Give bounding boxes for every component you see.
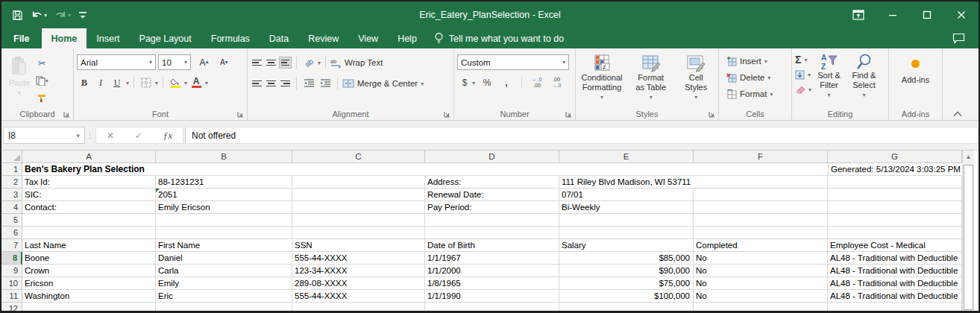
cell-B4[interactable]: Emily Ericson: [156, 201, 292, 214]
cell-G7[interactable]: Employee Cost - Medical: [828, 239, 962, 252]
cell-D10[interactable]: 1/8/1965: [425, 277, 559, 290]
align-left-icon[interactable]: [251, 78, 263, 89]
accounting-format-icon[interactable]: $: [457, 75, 472, 90]
cell-B3[interactable]: 2051: [156, 189, 292, 201]
cell-G10[interactable]: AL48 - Traditional with Deductible: [828, 277, 962, 290]
cell-G8[interactable]: AL48 - Traditional with Deductible: [828, 252, 962, 265]
row-header-11[interactable]: 11: [1, 290, 22, 303]
addins-button[interactable]: Add-ins: [897, 57, 934, 85]
enter-entry-icon[interactable]: ✓: [135, 130, 142, 141]
vertical-scrollbar[interactable]: ▲: [962, 151, 974, 312]
decrease-indent-icon[interactable]: [301, 76, 316, 91]
format-cells-button[interactable]: Format ▾: [726, 86, 788, 102]
tab-file[interactable]: File: [1, 28, 42, 48]
increase-indent-icon[interactable]: [318, 76, 333, 91]
cell-C9[interactable]: 123-34-XXXX: [292, 265, 425, 277]
cell-C4[interactable]: [292, 201, 425, 214]
increase-decimal-icon[interactable]: ←.0.00: [530, 75, 544, 90]
cell-F4[interactable]: [694, 201, 828, 214]
cell-F9[interactable]: No: [694, 265, 828, 277]
tab-formulas[interactable]: Formulas: [201, 28, 260, 48]
font-size-combo[interactable]: 10▾: [158, 54, 191, 70]
scrollbar-thumb[interactable]: [964, 165, 973, 310]
cell-F8[interactable]: No: [694, 252, 828, 265]
tab-insert[interactable]: Insert: [87, 28, 129, 48]
row-header-8[interactable]: 8: [1, 252, 22, 265]
cell-E1[interactable]: [559, 163, 694, 176]
cell-D9[interactable]: 1/1/2000: [425, 265, 559, 277]
cell-F6[interactable]: [694, 227, 828, 239]
tab-help[interactable]: Help: [388, 28, 427, 48]
format-as-table-button[interactable]: Format as Table ▾: [628, 51, 673, 102]
font-name-combo[interactable]: Arial▾: [77, 54, 156, 70]
cell-E8[interactable]: $85,000: [559, 252, 694, 265]
font-color-icon[interactable]: A: [189, 75, 204, 90]
tab-home[interactable]: Home: [42, 28, 87, 48]
cell-F1[interactable]: [694, 163, 828, 176]
cell-C2[interactable]: [292, 176, 425, 189]
cell-F3[interactable]: [694, 189, 828, 201]
copy-icon[interactable]: ▾: [34, 73, 49, 88]
cell-A7[interactable]: Last Name: [22, 239, 156, 252]
cell-F2[interactable]: [694, 176, 828, 189]
cell-B11[interactable]: Eric: [156, 290, 292, 303]
cell-E7[interactable]: Salary: [559, 239, 694, 252]
cell-D11[interactable]: 1/1/1990: [425, 290, 559, 303]
formula-bar-splitter[interactable]: ⋮: [85, 127, 95, 144]
close-button[interactable]: [944, 1, 979, 28]
cell-D12[interactable]: [425, 303, 559, 313]
cell-styles-button[interactable]: Cell Styles ▾: [676, 51, 715, 102]
decrease-decimal-icon[interactable]: .00→.0: [549, 75, 564, 90]
row-header-2[interactable]: 2: [1, 176, 22, 189]
cancel-entry-icon[interactable]: ✕: [107, 130, 114, 141]
row-header-10[interactable]: 10: [1, 277, 22, 290]
cell-D6[interactable]: [425, 227, 559, 239]
collapse-ribbon-icon[interactable]: [953, 111, 962, 117]
redo-button[interactable]: ▾: [54, 10, 71, 21]
cell-C1[interactable]: [292, 163, 425, 176]
number-format-combo[interactable]: Custom▾: [457, 54, 569, 70]
fill-color-dropdown-icon[interactable]: ▾: [184, 80, 187, 86]
cell-C8[interactable]: 555-44-XXXX: [292, 252, 425, 265]
tab-review[interactable]: Review: [298, 28, 348, 48]
cell-E9[interactable]: $90,000: [559, 265, 694, 277]
cell-B6[interactable]: [156, 227, 292, 239]
customize-qat-icon[interactable]: [78, 10, 87, 19]
cell-G2[interactable]: [828, 176, 962, 189]
merge-center-button[interactable]: Merge & Center ▾: [342, 75, 424, 92]
paste-button[interactable]: Paste ▾: [4, 51, 34, 98]
conditional-formatting-button[interactable]: ≠ Conditional Formatting ▾: [579, 51, 625, 102]
cell-G9[interactable]: AL48 - Traditional with Deductible: [828, 265, 962, 277]
cell-A11[interactable]: Washington: [22, 290, 156, 303]
cell-A5[interactable]: [22, 214, 156, 227]
borders-dropdown-icon[interactable]: ▾: [155, 80, 158, 86]
cell-E11[interactable]: $100,000: [559, 290, 694, 303]
maximize-button[interactable]: [910, 1, 944, 28]
increase-font-size-icon[interactable]: A▲: [193, 59, 212, 66]
column-header-B[interactable]: B: [156, 151, 292, 163]
cell-A10[interactable]: Ericson: [22, 277, 156, 290]
orientation-icon[interactable]: ab: [298, 52, 319, 73]
column-header-C[interactable]: C: [292, 151, 425, 163]
save-icon[interactable]: [12, 10, 23, 21]
row-header-4[interactable]: 4: [1, 201, 22, 214]
formula-input[interactable]: Not offered: [185, 127, 979, 144]
cell-D3[interactable]: Renewal Date:: [425, 189, 559, 201]
cell-F5[interactable]: [694, 214, 828, 227]
cell-E3[interactable]: 07/01: [559, 189, 694, 201]
undo-button[interactable]: ▾: [31, 10, 47, 21]
cell-E6[interactable]: [559, 227, 694, 239]
cell-D8[interactable]: 1/1/1967: [425, 252, 559, 265]
row-header-5[interactable]: 5: [1, 214, 22, 227]
cell-F7[interactable]: Completed: [694, 239, 828, 252]
cell-C3[interactable]: [292, 189, 425, 201]
alignment-dialog-launcher-icon[interactable]: [444, 111, 450, 118]
cell-C7[interactable]: SSN: [292, 239, 425, 252]
cell-A8[interactable]: Boone: [22, 252, 156, 265]
select-all-button[interactable]: [1, 151, 22, 163]
tab-view[interactable]: View: [348, 28, 388, 48]
cell-C12[interactable]: [292, 303, 425, 313]
find-select-button[interactable]: Find & Select ▾: [846, 51, 882, 100]
cell-B2[interactable]: 88-1231231: [156, 176, 292, 189]
cell-E2[interactable]: 111 Riley Blvd Madison, WI 53711: [559, 176, 694, 189]
